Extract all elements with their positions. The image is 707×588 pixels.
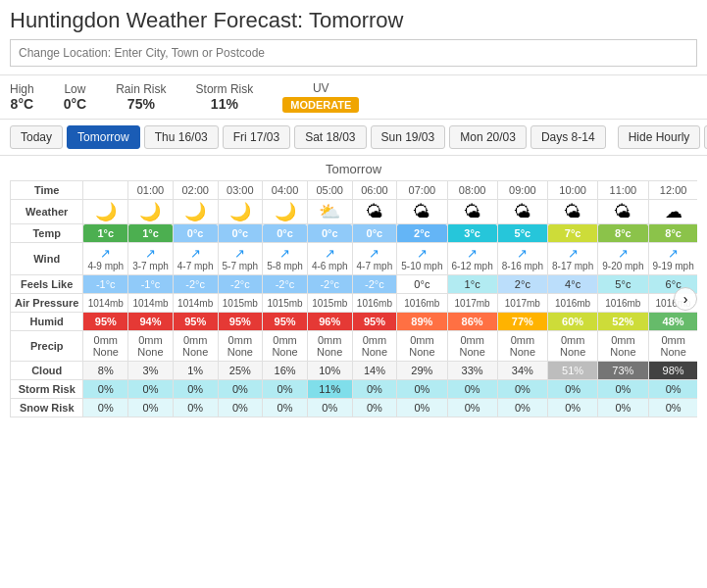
cell-snow_risks-7: 0%: [397, 399, 447, 417]
cell-storm_risks-9: 0%: [497, 380, 547, 399]
cell-clouds-1: 3%: [128, 362, 174, 380]
cell-clouds-8: 33%: [447, 362, 497, 380]
row-label-snow_risks: Snow Risk: [11, 399, 83, 417]
cell-times-12: 12:00: [648, 181, 697, 200]
cell-times-4: 04:00: [263, 181, 308, 200]
cell-temps-4: 0°c: [263, 224, 308, 243]
cell-precips-10: 0mmNone: [548, 331, 598, 362]
cell-air_pressures-6: 1016mb: [352, 294, 397, 313]
cell-clouds-10: 51%: [548, 362, 598, 380]
cell-clouds-4: 16%: [263, 362, 308, 380]
cell-temps-10: 7°c: [548, 224, 598, 243]
location-input[interactable]: [10, 39, 697, 67]
cell-temps-7: 2°c: [397, 224, 447, 243]
cell-temps-3: 0°c: [218, 224, 263, 243]
cell-feels-4: -2°c: [263, 275, 308, 294]
cell-winds-0: ↗4-9 mph: [83, 243, 128, 275]
cell-humids-12: 48%: [648, 313, 697, 331]
summary-bar: High 8°C Low 0°C Rain Risk 75% Storm Ris…: [0, 74, 707, 120]
cell-feels-1: -1°c: [128, 275, 174, 294]
cell-humids-5: 96%: [307, 313, 352, 331]
cell-humids-11: 52%: [598, 313, 648, 331]
cell-weather_icons-8: 🌤: [447, 200, 497, 224]
cell-storm_risks-0: 0%: [83, 380, 128, 399]
row-label-humids: Humid: [11, 313, 83, 331]
cell-feels-6: -2°c: [352, 275, 397, 294]
cell-weather_icons-0: 🌙: [83, 200, 128, 224]
cell-temps-1: 1°c: [128, 224, 174, 243]
cell-feels-10: 4°c: [548, 275, 598, 294]
nav-sun[interactable]: Sun 19/03: [371, 125, 446, 149]
cell-winds-11: ↗9-20 mph: [598, 243, 648, 275]
uv-indicator: UV MODERATE: [282, 81, 359, 113]
nav-fri[interactable]: Fri 17/03: [223, 125, 290, 149]
cell-air_pressures-9: 1017mb: [497, 294, 547, 313]
cell-humids-0: 95%: [83, 313, 128, 331]
nav-tomorrow[interactable]: Tomorrow: [67, 125, 140, 149]
nav-sat[interactable]: Sat 18/03: [294, 125, 366, 149]
cell-clouds-6: 14%: [352, 362, 397, 380]
cell-snow_risks-4: 0%: [263, 399, 308, 417]
cell-humids-3: 95%: [218, 313, 263, 331]
cell-humids-7: 89%: [397, 313, 447, 331]
cell-snow_risks-10: 0%: [548, 399, 598, 417]
cell-humids-10: 60%: [548, 313, 598, 331]
nav-today[interactable]: Today: [10, 125, 63, 149]
cell-precips-0: 0mmNone: [83, 331, 128, 362]
cell-snow_risks-11: 0%: [598, 399, 648, 417]
cell-humids-1: 94%: [128, 313, 174, 331]
cell-air_pressures-3: 1015mb: [218, 294, 263, 313]
cell-clouds-12: 98%: [648, 362, 697, 380]
nav-mon[interactable]: Mon 20/03: [449, 125, 527, 149]
cell-clouds-5: 10%: [307, 362, 352, 380]
cell-air_pressures-1: 1014mb: [128, 294, 174, 313]
hide-hourly-btn[interactable]: Hide Hourly: [618, 125, 701, 149]
row-label-temps: Temp: [11, 224, 83, 243]
cell-precips-7: 0mmNone: [397, 331, 447, 362]
cell-temps-12: 8°c: [648, 224, 697, 243]
cell-winds-7: ↗5-10 mph: [397, 243, 447, 275]
cell-weather_icons-10: 🌤: [548, 200, 598, 224]
cell-winds-4: ↗5-8 mph: [263, 243, 308, 275]
cell-feels-5: -2°c: [307, 275, 352, 294]
cell-winds-10: ↗8-17 mph: [548, 243, 598, 275]
cell-weather_icons-2: 🌙: [173, 200, 218, 224]
scroll-right-arrow[interactable]: ›: [674, 287, 697, 311]
cell-storm_risks-10: 0%: [548, 380, 598, 399]
cell-precips-12: 0mmNone: [648, 331, 697, 362]
forecast-section: Tomorrow Time01:0002:0003:0004:0005:0006…: [0, 156, 707, 417]
cell-precips-4: 0mmNone: [263, 331, 308, 362]
row-label-clouds: Cloud: [11, 362, 83, 380]
cell-clouds-0: 8%: [83, 362, 128, 380]
cell-temps-8: 3°c: [447, 224, 497, 243]
cell-weather_icons-9: 🌤: [497, 200, 547, 224]
cell-storm_risks-12: 0%: [648, 380, 697, 399]
nav-thu[interactable]: Thu 16/03: [144, 125, 219, 149]
cell-temps-9: 5°c: [497, 224, 547, 243]
cell-precips-5: 0mmNone: [307, 331, 352, 362]
row-label-weather_icons: Weather: [11, 200, 83, 224]
cell-times-1: 01:00: [128, 181, 174, 200]
forecast-table: Time01:0002:0003:0004:0005:0006:0007:000…: [10, 180, 697, 417]
cell-air_pressures-10: 1016mb: [548, 294, 598, 313]
cell-storm_risks-6: 0%: [352, 380, 397, 399]
storm-risk: Storm Risk 11%: [196, 82, 254, 112]
cell-feels-2: -2°c: [173, 275, 218, 294]
cell-winds-1: ↗3-7 mph: [128, 243, 174, 275]
cell-storm_risks-7: 0%: [397, 380, 447, 399]
cell-weather_icons-1: 🌙: [128, 200, 174, 224]
cell-snow_risks-8: 0%: [447, 399, 497, 417]
cell-snow_risks-2: 0%: [173, 399, 218, 417]
cell-precips-8: 0mmNone: [447, 331, 497, 362]
nav-days[interactable]: Days 8-14: [530, 125, 606, 149]
low-temp: Low 0°C: [64, 82, 87, 112]
high-temp: High 8°C: [10, 82, 34, 112]
cell-snow_risks-12: 0%: [648, 399, 697, 417]
cell-air_pressures-4: 1015mb: [263, 294, 308, 313]
cell-times-8: 08:00: [447, 181, 497, 200]
forecast-table-wrapper: Time01:0002:0003:0004:0005:0006:0007:000…: [10, 180, 697, 417]
cell-times-10: 10:00: [548, 181, 598, 200]
cell-winds-12: ↗9-19 mph: [648, 243, 697, 275]
cell-storm_risks-1: 0%: [128, 380, 174, 399]
cell-snow_risks-1: 0%: [128, 399, 174, 417]
